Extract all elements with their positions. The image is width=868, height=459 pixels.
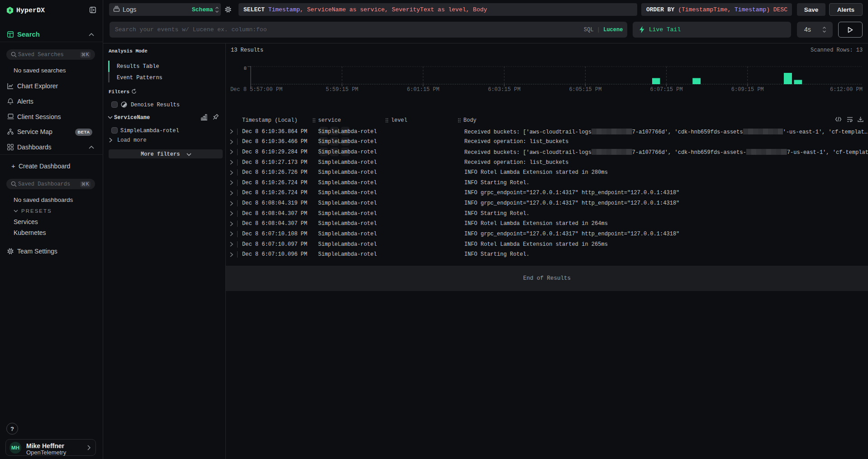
svg-text:8: 8 [243, 66, 247, 71]
svg-text:6:01:15 PM: 6:01:15 PM [407, 86, 439, 93]
svg-text:6:05:15 PM: 6:05:15 PM [569, 86, 601, 93]
svg-text:5:59:15 PM: 5:59:15 PM [326, 86, 358, 93]
svg-text:Dec 8 5:57:00 PM: Dec 8 5:57:00 PM [230, 86, 282, 93]
svg-text:6:09:15 PM: 6:09:15 PM [731, 86, 764, 93]
svg-text:6:03:15 PM: 6:03:15 PM [488, 86, 520, 93]
svg-text:6:12:00 PM: 6:12:00 PM [830, 86, 863, 93]
svg-text:6:07:15 PM: 6:07:15 PM [650, 86, 683, 93]
